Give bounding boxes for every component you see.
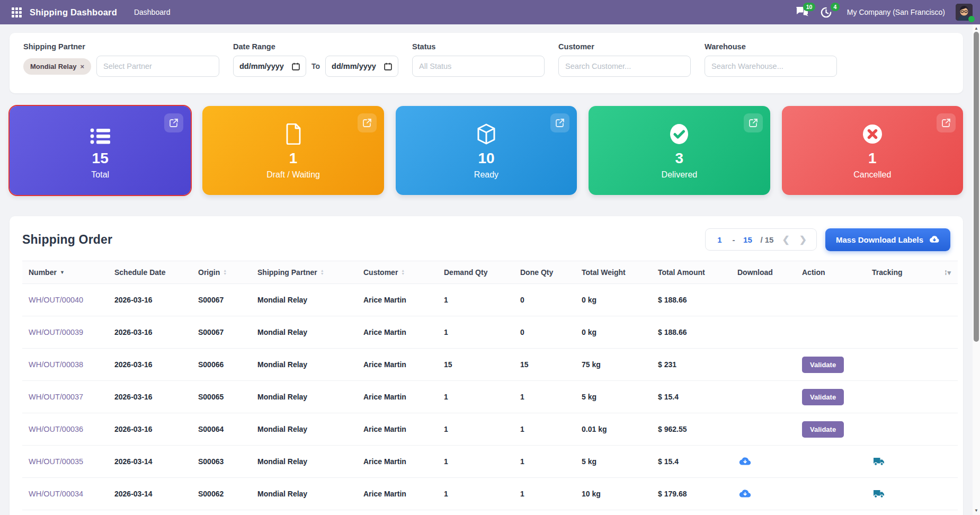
order-number-link[interactable]: WH/OUT/00034 — [29, 490, 83, 498]
cell-origin: S00066 — [192, 349, 251, 381]
stat-card-draft[interactable]: 1Draft / Waiting — [202, 106, 384, 195]
partner-tag[interactable]: Mondial Relay × — [23, 58, 91, 75]
tracking-button[interactable] — [872, 456, 886, 467]
cell-schedule-date: 2026-03-16 — [108, 316, 192, 349]
validate-button[interactable]: Validate — [802, 357, 844, 373]
page-scrollbar[interactable]: ▲ ▼ — [973, 24, 980, 515]
user-avatar[interactable] — [956, 4, 973, 21]
activities-icon[interactable]: 4 — [819, 5, 833, 19]
sort-desc-icon: ▼ — [60, 270, 65, 275]
prev-page-icon[interactable]: ❮ — [781, 234, 790, 245]
column-header-total-amount[interactable]: Total Amount — [652, 261, 731, 284]
cell-done-qty: 1 — [514, 446, 575, 478]
stat-label: Delivered — [662, 170, 698, 180]
date-from-input[interactable]: dd/mm/yyyy — [233, 56, 306, 77]
column-header-demand-qty[interactable]: Demand Qty — [438, 261, 514, 284]
order-number-link[interactable]: WH/OUT/00037 — [29, 393, 83, 401]
filter-label: Date Range — [233, 42, 398, 51]
cell-origin: S00067 — [192, 316, 251, 349]
optional-columns-icon: ⁞▾ — [931, 269, 951, 277]
column-header-download[interactable]: Download — [731, 261, 796, 284]
column-label: Total Amount — [658, 268, 705, 277]
cell-done-qty: 1 — [514, 478, 575, 510]
table-row: WH/OUT/000362026-03-16S00064Mondial Rela… — [22, 413, 958, 446]
x-circle-icon — [862, 121, 883, 145]
sort-icon: ▲▼ — [401, 269, 405, 276]
cell-schedule-date: 2026-03-14 — [108, 478, 192, 510]
order-number-link[interactable]: WH/OUT/00038 — [29, 360, 83, 369]
validate-button[interactable]: Validate — [802, 389, 844, 405]
stat-card-ready[interactable]: 10Ready — [396, 106, 577, 195]
table-row: WH/OUT/000392026-03-16S00067Mondial Rela… — [22, 316, 958, 349]
order-number-link[interactable]: WH/OUT/00039 — [29, 328, 83, 336]
page-start[interactable]: 1 — [714, 235, 725, 244]
document-icon — [285, 121, 302, 145]
order-number-link[interactable]: WH/OUT/00040 — [29, 296, 83, 304]
stat-card-cancelled[interactable]: 1Cancelled — [782, 106, 963, 195]
page-end[interactable]: 15 — [742, 235, 753, 244]
column-label: Customer — [363, 268, 398, 277]
cell-download — [731, 413, 796, 446]
section-title: Shipping Order — [22, 233, 112, 247]
cell-schedule-date: 2026-03-16 — [108, 413, 192, 446]
order-number-link[interactable]: WH/OUT/00036 — [29, 425, 83, 433]
scrollbar-thumb[interactable] — [974, 32, 979, 342]
validate-button[interactable]: Validate — [802, 421, 844, 438]
column-label: Done Qty — [520, 268, 553, 277]
date-to-input[interactable]: dd/mm/yyyy — [325, 56, 398, 77]
cell-demand-qty — [438, 510, 514, 515]
partner-search-input[interactable] — [96, 56, 219, 77]
cell-total-amount: $ 179.68 — [652, 478, 731, 510]
order-number-link[interactable]: WH/OUT/00035 — [29, 457, 83, 466]
cell-number: WH/OUT/00034 — [22, 478, 108, 510]
column-header-total-weight[interactable]: Total Weight — [575, 261, 652, 284]
customer-search-input[interactable] — [558, 56, 691, 77]
cell-done-qty: 1 — [514, 413, 575, 446]
stat-card-total[interactable]: 15Total — [10, 106, 191, 195]
stat-card-delivered[interactable]: 3Delivered — [589, 106, 770, 195]
filter-shipping-partner: Shipping Partner Mondial Relay × — [23, 42, 219, 82]
top-navbar: Shipping Dashboard Dashboard 10 4 My Com… — [0, 0, 980, 24]
column-header-action[interactable]: Action — [796, 261, 866, 284]
cell-origin: S00067 — [192, 284, 251, 316]
calendar-icon — [384, 63, 392, 70]
column-header-shipping-partner[interactable]: Shipping Partner▲▼ — [251, 261, 357, 284]
cell-options — [925, 446, 958, 478]
column-header-done-qty[interactable]: Done Qty — [514, 261, 575, 284]
cell-done-qty: 1 — [514, 381, 575, 413]
column-header-customer[interactable]: Customer▲▼ — [357, 261, 438, 284]
company-name[interactable]: My Company (San Francisco) — [847, 8, 945, 16]
apps-menu-icon[interactable] — [7, 3, 25, 21]
tracking-button[interactable] — [872, 488, 886, 500]
cell-download — [731, 349, 796, 381]
stat-count: 3 — [675, 150, 684, 167]
warehouse-search-input[interactable] — [705, 56, 837, 77]
scroll-up-icon[interactable]: ▲ — [973, 24, 980, 32]
column-header-origin[interactable]: Origin▲▼ — [192, 261, 251, 284]
open-external-icon[interactable] — [164, 113, 183, 132]
column-header-schedule-date[interactable]: Schedule Date — [108, 261, 192, 284]
open-external-icon[interactable] — [937, 113, 956, 132]
mass-download-labels-button[interactable]: Mass Download Labels — [825, 228, 950, 251]
cell-number: WH/OUT/00036 — [22, 413, 108, 446]
open-external-icon[interactable] — [550, 113, 569, 132]
messages-icon[interactable]: 10 — [795, 5, 809, 19]
cell-total-weight: 0 kg — [575, 316, 652, 349]
column-header-tracking[interactable]: Tracking — [866, 261, 925, 284]
cell-number: WH/OUT/00039 — [22, 316, 108, 349]
next-page-icon[interactable]: ❯ — [798, 234, 808, 245]
cell-demand-qty: 1 — [438, 446, 514, 478]
cell-origin — [192, 510, 251, 515]
scroll-down-icon[interactable]: ▼ — [973, 507, 980, 514]
open-external-icon[interactable] — [744, 113, 763, 132]
download-label-button[interactable] — [737, 488, 752, 500]
optional-columns-button[interactable]: ⁞▾ — [925, 261, 958, 284]
nav-menu-dashboard[interactable]: Dashboard — [129, 5, 176, 20]
cell-schedule-date — [108, 510, 192, 515]
column-header-number[interactable]: Number▼ — [22, 261, 108, 284]
status-input[interactable] — [412, 56, 545, 77]
remove-tag-icon[interactable]: × — [80, 63, 84, 70]
open-external-icon[interactable] — [358, 113, 377, 132]
download-label-button[interactable] — [737, 456, 752, 467]
cell-customer: Arice Martin — [357, 381, 438, 413]
